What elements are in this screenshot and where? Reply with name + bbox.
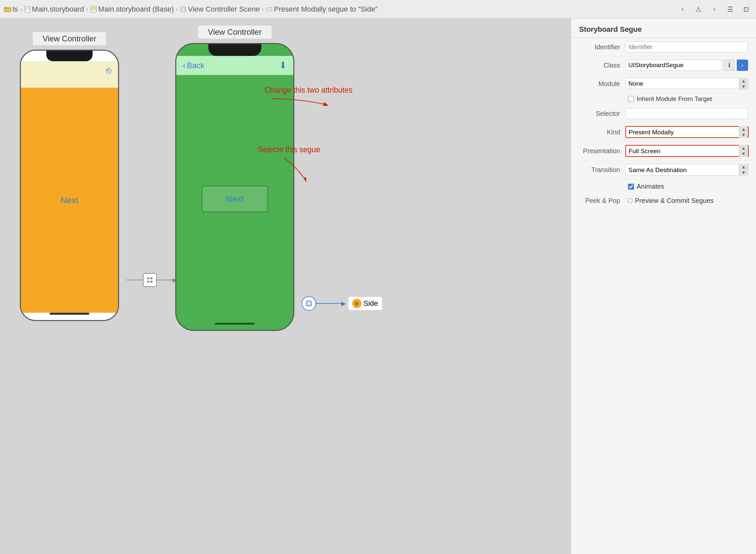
svg-rect-4 [91,7,96,10]
breadcrumb-item-3[interactable]: Main.storyboard (Base) [90,5,174,13]
class-arrow-button[interactable]: › [737,60,748,71]
left-phone-bottom-bar [50,313,89,315]
class-input[interactable] [625,60,721,71]
inherit-checkbox[interactable] [628,96,634,102]
presentation-select-wrap: Full Screen Automatic Current Context Ov… [625,145,748,157]
inherit-label: Inherit Module From Target [637,95,712,103]
right-panel: Storyboard Segue Identifier Class ℹ › [571,18,756,554]
transition-select[interactable]: Same As Destination Cover Vertical Flip … [625,164,749,176]
menu-button[interactable]: ☰ [724,3,736,15]
selector-value [625,108,748,119]
svg-point-8 [268,8,270,10]
square-button[interactable]: ⊡ [740,3,752,15]
storyboard-icon-2 [90,6,97,13]
right-nav-bar: ‹ Back ⬇ [176,56,293,75]
svg-rect-11 [147,281,149,283]
scene-icon [180,6,187,13]
segue-icon [266,6,272,13]
kind-label: Kind [579,128,625,136]
breadcrumb-mainstoryboard: Main.storyboard [32,5,84,13]
peek-pop-content: Preview & Commit Segues [628,197,714,205]
annotation-select-arrow [258,155,317,188]
annotation-select-text: Selecte this segue [258,144,320,155]
transition-select-wrap: Same As Destination Cover Vertical Flip … [625,164,748,176]
top-bar: ls › Main.storyboard › Main.storyboard (… [0,0,756,18]
module-row: Module None ▲ ▼ [571,74,756,93]
preview-label: Preview & Commit Segues [635,197,714,205]
transition-value: Same As Destination Cover Vertical Flip … [625,164,748,176]
animates-label: Animates [637,183,664,190]
right-phone-bottom-bar [215,323,255,325]
breadcrumb-item-2[interactable]: Main.storyboard [24,5,84,13]
svg-rect-12 [150,281,152,283]
grid-icon [146,277,153,283]
class-info-button[interactable]: ℹ [723,60,735,71]
presentation-value: Full Screen Automatic Current Context Ov… [625,145,748,157]
left-phone-notch [46,51,92,61]
kind-row: Kind Present Modally Show Show Detail Pr… [571,123,756,142]
right-phone-notch [208,44,261,56]
svg-rect-10 [150,277,152,279]
animates-checkbox[interactable] [628,184,634,189]
selector-row: Selector [571,105,756,123]
segue-connector[interactable]: ▶ ⊙ Side [301,296,382,311]
annotation-change: Change this two attributes [265,85,353,116]
module-select[interactable]: None [625,78,749,89]
forward-nav-button[interactable]: › [708,3,720,15]
arrow-line-right: ▶ [157,280,173,280]
breadcrumb-item-4[interactable]: View Controller Scene [180,5,260,13]
segue-source-circle [302,296,316,311]
left-arrow-connector: ▶ [126,273,173,287]
selector-label: Selector [579,110,625,117]
left-next-button[interactable]: Next [61,195,78,206]
storyboard-icon-1 [24,6,31,13]
sep1: › [20,5,22,13]
breadcrumb-mainstoryboard-base: Main.storyboard (Base) [98,5,174,13]
breadcrumb-item-5[interactable]: Present Modally segue to "Side" [266,5,378,13]
annotation-change-arrow [265,95,331,115]
presentation-row: Presentation Full Screen Automatic Curre… [571,142,756,161]
class-row: Class ℹ › [571,56,756,74]
annotation-select: Selecte this segue [258,144,320,189]
identifier-input[interactable] [625,41,748,53]
left-phone-frame: ⎋ Next [20,50,119,321]
top-bar-actions: ‹ ⚠ › ☰ ⊡ [677,3,752,15]
annotation-change-text: Change this two attributes [265,85,353,95]
presentation-select[interactable]: Full Screen Automatic Current Context Ov… [625,145,749,157]
sep3: › [176,5,178,13]
breadcrumb-ls: ls [13,5,18,13]
back-button[interactable]: ‹ Back [183,61,204,70]
peek-pop-checkbox[interactable] [628,199,632,203]
identifier-label: Identifier [579,43,625,51]
kind-select-wrap: Present Modally Show Show Detail Present… [625,126,748,138]
warning-button[interactable]: ⚠ [693,3,704,15]
segue-dest-label: Side [364,299,378,308]
left-scene-label: View Controller [33,32,107,46]
segue-dest-icon: ⊙ [352,299,362,308]
inherit-row: Inherit Module From Target [571,93,756,105]
right-next-button[interactable]: Next [202,186,268,212]
breadcrumb-item-1[interactable]: ls [4,5,18,13]
module-value: None ▲ ▼ [625,78,748,90]
breadcrumb-scene: View Controller Scene [188,5,260,13]
segue-destination: ⊙ Side [348,296,382,311]
peek-pop-row: Peek & Pop Preview & Commit Segues [571,193,756,208]
back-nav-button[interactable]: ‹ [677,3,689,15]
segue-circle-icon [305,300,313,307]
segue-line: ▶ [316,303,342,304]
folder-icon [4,6,11,13]
back-label: Back [187,61,204,70]
kind-select[interactable]: Present Modally Show Show Detail Present… [625,126,749,138]
presentation-label: Presentation [579,147,625,155]
panel-content: Identifier Class ℹ › Module [571,38,756,554]
class-label: Class [579,62,625,69]
chevron-left-icon: ‹ [183,61,186,70]
svg-rect-0 [4,7,11,12]
svg-rect-6 [182,8,185,11]
left-phone-top: ⎋ [21,61,118,88]
breadcrumb-segue: Present Modally segue to "Side" [274,5,378,13]
right-next-label: Next [226,194,243,204]
svg-rect-9 [147,277,149,279]
selector-input[interactable] [625,108,748,119]
arrow-line-left [126,280,143,280]
